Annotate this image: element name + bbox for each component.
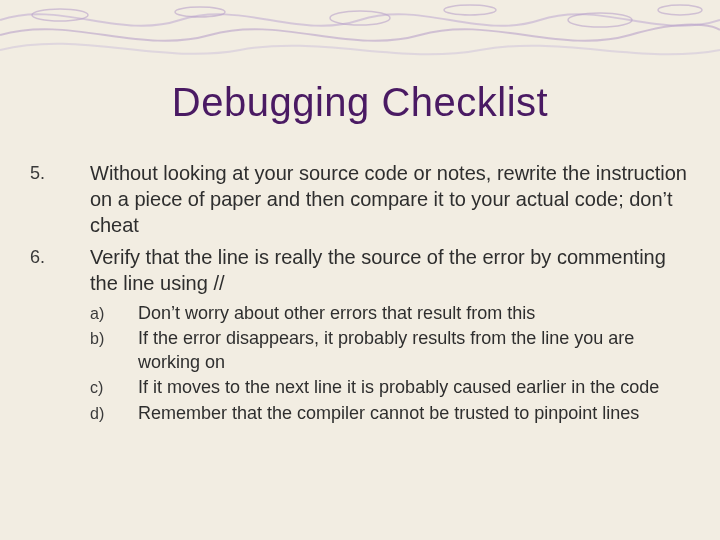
sublist-text: If it moves to the next line it is proba… [138, 376, 690, 399]
sublist-item: b) If the error disappears, it probably … [30, 327, 690, 374]
svg-point-5 [658, 5, 702, 15]
list-item: 5. Without looking at your source code o… [30, 160, 690, 238]
sublist-item: d) Remember that the compiler cannot be … [30, 402, 690, 425]
list-marker: 5. [30, 160, 90, 238]
svg-point-3 [444, 5, 496, 15]
sublist-marker: a) [30, 302, 138, 325]
sublist-marker: d) [30, 402, 138, 425]
slide-content: 5. Without looking at your source code o… [30, 160, 690, 427]
decorative-top-band [0, 0, 720, 70]
numbered-list: 5. Without looking at your source code o… [30, 160, 690, 425]
sublist-marker: b) [30, 327, 138, 374]
svg-point-2 [330, 11, 390, 25]
lettered-sublist: a) Don’t worry about other errors that r… [30, 302, 690, 425]
sublist-item: c) If it moves to the next line it is pr… [30, 376, 690, 399]
list-text: Without looking at your source code or n… [90, 160, 690, 238]
slide-title: Debugging Checklist [0, 80, 720, 125]
sublist-marker: c) [30, 376, 138, 399]
sublist-text: Don’t worry about other errors that resu… [138, 302, 690, 325]
sublist-item: a) Don’t worry about other errors that r… [30, 302, 690, 325]
list-item: 6. Verify that the line is really the so… [30, 244, 690, 296]
sublist-text: Remember that the compiler cannot be tru… [138, 402, 690, 425]
sublist-text: If the error disappears, it probably res… [138, 327, 690, 374]
list-marker: 6. [30, 244, 90, 296]
list-text: Verify that the line is really the sourc… [90, 244, 690, 296]
